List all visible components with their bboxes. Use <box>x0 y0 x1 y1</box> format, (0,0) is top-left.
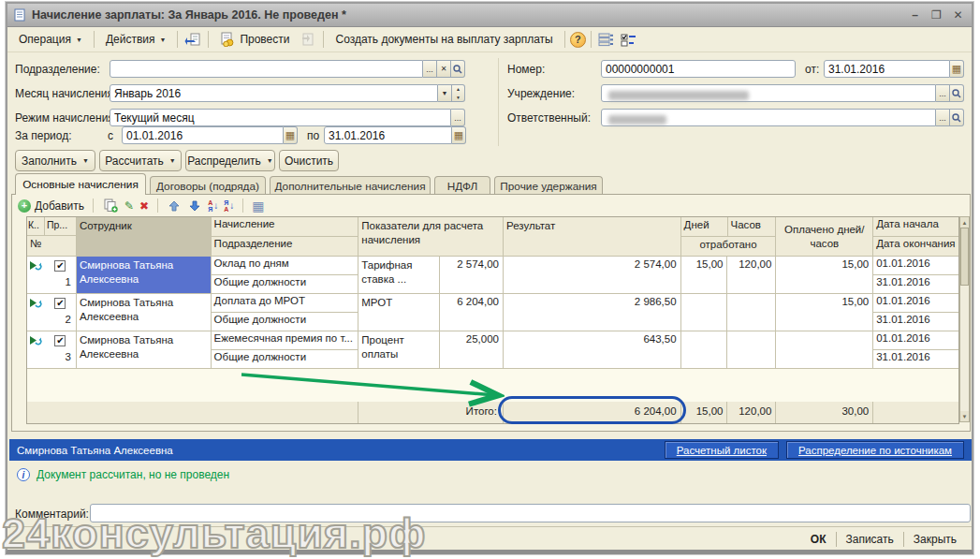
tab-contracts[interactable]: Договоры (подряда) <box>150 176 266 195</box>
accrual-cell[interactable]: Оклад по дням Общие должности <box>212 257 359 294</box>
scroll-up-icon[interactable]: ▲ <box>960 217 969 228</box>
operation-menu-button[interactable]: Операция▼ <box>12 30 89 49</box>
row-checkbox[interactable]: ✔ <box>54 335 66 346</box>
header-marker-num[interactable]: К..Пр... № <box>27 217 77 257</box>
post-and-close-icon[interactable] <box>183 29 203 50</box>
hours-cell[interactable] <box>727 331 776 369</box>
maximize-button[interactable]: ❐ <box>929 7 944 23</box>
indicator-cell[interactable]: МРОТ 6 204,00 <box>358 294 504 331</box>
copy-row-icon[interactable] <box>102 198 119 214</box>
paid-cell[interactable] <box>776 331 873 369</box>
dropdown-icon[interactable]: ▼ <box>438 84 452 102</box>
column-settings-icon[interactable]: ▦ <box>252 199 264 213</box>
comment-input[interactable] <box>90 504 971 522</box>
month-input[interactable] <box>110 84 438 102</box>
table-row[interactable]: ✔ 3 Смирнова Татьяна Алексеевна Ежемесяч… <box>27 331 958 369</box>
totals-hours: 120,00 <box>727 402 776 423</box>
days-cell[interactable] <box>681 294 728 331</box>
move-down-icon[interactable] <box>187 199 202 213</box>
accrual-cell[interactable]: Доплата до МРОТ Общие должности <box>212 294 359 331</box>
dates-cell[interactable]: 01.01.2016 31.01.2016 <box>873 294 958 331</box>
lookup-icon[interactable]: ... <box>451 109 465 126</box>
search-icon[interactable] <box>451 60 465 78</box>
department-input[interactable] <box>110 60 423 78</box>
actions-menu-button[interactable]: Действия▼ <box>99 30 173 49</box>
calendar-icon[interactable]: ▦ <box>950 60 964 78</box>
lookup-icon[interactable]: ... <box>936 109 950 126</box>
days-cell[interactable] <box>681 331 728 369</box>
mode-input[interactable] <box>110 109 451 126</box>
fill-button[interactable]: Заполнить▼ <box>15 150 95 171</box>
minimize-button[interactable]: – <box>907 7 923 23</box>
calendar-icon[interactable]: ▦ <box>452 126 466 144</box>
period-to-input[interactable] <box>324 126 452 144</box>
sort-ascending-icon[interactable]: АЯ↓ <box>208 199 218 213</box>
employee-name: Смирнова Татьяна Алексеевна <box>17 445 657 456</box>
distribution-link[interactable]: Распределение по источникам <box>786 441 964 459</box>
list-settings-icon[interactable] <box>619 29 639 50</box>
hours-cell[interactable] <box>727 294 776 331</box>
scrollbar-thumb[interactable] <box>960 228 969 286</box>
result-cell[interactable]: 2 986,50 <box>504 294 681 331</box>
header-days-hours[interactable]: Дней Часов отработано <box>681 217 777 257</box>
result-cell[interactable]: 643,50 <box>504 331 681 369</box>
calculate-button[interactable]: Рассчитать▼ <box>99 150 182 171</box>
lookup-icon[interactable]: ... <box>936 84 950 102</box>
header-paid[interactable]: Оплачено дней/часов <box>776 217 873 257</box>
search-icon[interactable] <box>950 109 964 126</box>
header-employee[interactable]: Сотрудник <box>77 217 212 257</box>
tab-ndfl[interactable]: НДФЛ <box>434 176 490 195</box>
number-input[interactable] <box>601 60 796 78</box>
employee-cell[interactable]: Смирнова Татьяна Алексеевна <box>77 331 212 369</box>
accrual-cell[interactable]: Ежемесячная премия по т... Общие должнос… <box>212 331 359 369</box>
dates-cell[interactable]: 01.01.2016 31.01.2016 <box>873 331 958 369</box>
tab-main-accruals[interactable]: Основные начисления <box>15 173 146 195</box>
spinner-control[interactable]: ▲▼ <box>452 84 465 102</box>
employee-cell[interactable]: Смирнова Татьяна Алексеевна <box>77 294 212 331</box>
clear-button[interactable]: Очистить <box>279 150 339 171</box>
indicator-cell[interactable]: Тарифная ставка ... 2 574,00 <box>358 257 504 294</box>
help-icon[interactable]: ? <box>570 32 586 48</box>
clear-icon[interactable]: ✕ <box>437 60 451 78</box>
date-input[interactable] <box>824 60 950 78</box>
edit-row-icon[interactable]: ✎ <box>124 200 134 212</box>
search-icon[interactable] <box>950 84 964 102</box>
tab-additional-accruals[interactable]: Дополнительные начисления <box>270 176 431 195</box>
payslip-link[interactable]: Расчетный листок <box>665 441 779 459</box>
ok-button[interactable]: ОК <box>801 530 836 549</box>
save-button[interactable]: Записать <box>837 530 903 549</box>
paid-cell[interactable]: 15,00 <box>776 257 873 294</box>
sort-descending-icon[interactable]: ЯА↓ <box>224 199 234 213</box>
add-row-button[interactable]: + Добавить <box>18 199 84 213</box>
tab-other-deductions[interactable]: Прочие удержания <box>494 176 603 195</box>
indicator-cell[interactable]: Процент оплаты 25,000 <box>358 331 504 369</box>
hours-cell[interactable]: 120,00 <box>727 257 776 294</box>
table-row[interactable]: ✔ 1 Смирнова Татьяна Алексеевна Оклад по… <box>27 257 958 294</box>
header-dates[interactable]: Дата начала Дата окончания <box>873 217 958 257</box>
days-cell[interactable]: 15,00 <box>681 257 728 294</box>
toolbar-separator <box>323 31 324 48</box>
calendar-icon[interactable]: ▦ <box>284 126 298 144</box>
vertical-scrollbar[interactable]: ▲ ▼ <box>959 216 970 422</box>
header-result[interactable]: Результат <box>504 217 681 257</box>
scroll-down-icon[interactable]: ▼ <box>960 411 969 421</box>
distribute-button[interactable]: Распределить▼ <box>185 150 275 171</box>
close-document-button[interactable]: Закрыть <box>904 530 966 549</box>
close-button[interactable]: ✕ <box>950 7 966 23</box>
journal-icon[interactable] <box>596 29 617 50</box>
move-up-icon[interactable] <box>167 199 182 213</box>
table-row[interactable]: ✔ 2 Смирнова Татьяна Алексеевна Доплата … <box>27 294 958 331</box>
delete-row-icon[interactable]: ✖ <box>139 200 149 212</box>
result-cell[interactable]: 2 574,00 <box>504 257 681 294</box>
period-from-input[interactable] <box>122 126 284 144</box>
dates-cell[interactable]: 01.01.2016 31.01.2016 <box>873 257 958 294</box>
header-indicators[interactable]: Показатели для расчета начисления <box>358 217 504 257</box>
post-button[interactable]: Провести <box>213 29 296 50</box>
row-checkbox[interactable]: ✔ <box>54 260 66 272</box>
header-accrual[interactable]: Начисление Подразделение <box>212 217 359 257</box>
row-checkbox[interactable]: ✔ <box>54 298 66 309</box>
employee-cell-selected[interactable]: Смирнова Татьяна Алексеевна <box>77 257 212 294</box>
lookup-icon[interactable]: ... <box>423 60 437 78</box>
create-payout-docs-button[interactable]: Создать документы на выплату зарплаты <box>329 30 559 49</box>
paid-cell[interactable]: 15,00 <box>776 294 873 331</box>
